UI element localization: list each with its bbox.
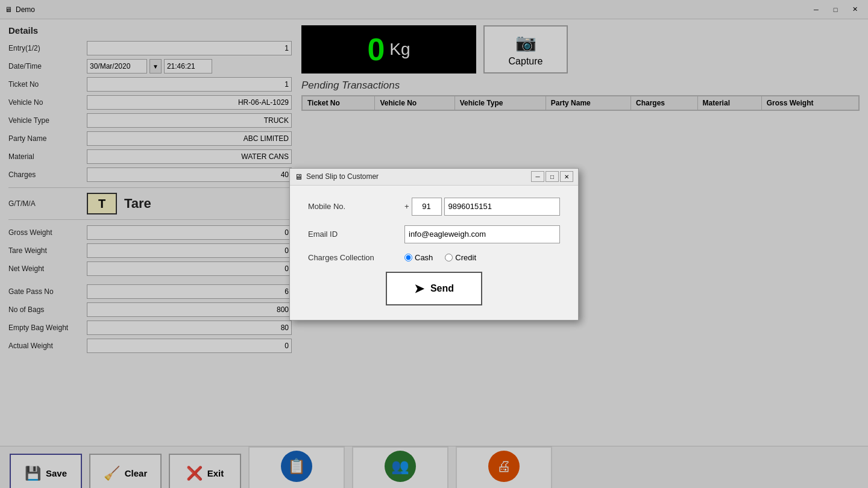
charges-collection-label: Charges Collection [308, 253, 404, 262]
email-input[interactable] [404, 225, 560, 243]
send-button[interactable]: ➤ Send [386, 272, 482, 305]
credit-radio[interactable] [445, 254, 453, 261]
cash-radio[interactable] [404, 254, 412, 261]
credit-label: Credit [455, 253, 476, 262]
plus-sign: + [404, 202, 409, 211]
email-row: Email ID [308, 225, 560, 243]
credit-radio-label[interactable]: Credit [445, 253, 476, 262]
country-code-input[interactable] [412, 198, 442, 216]
charges-collection-row: Charges Collection Cash Credit [308, 253, 560, 262]
modal-controls: ─ □ ✕ [531, 171, 573, 182]
modal-overlay: 🖥 Send Slip to Customer ─ □ ✕ Mobile No.… [0, 0, 868, 488]
modal-title-text: Send Slip to Customer [306, 172, 379, 181]
send-icon: ➤ [414, 281, 424, 296]
mobile-row: Mobile No. + [308, 198, 560, 216]
modal-minimize-button[interactable]: ─ [531, 171, 544, 182]
send-btn-container: ➤ Send [308, 272, 560, 305]
modal-title-bar: 🖥 Send Slip to Customer ─ □ ✕ [290, 169, 578, 186]
phone-number-input[interactable] [444, 198, 560, 216]
send-label: Send [430, 283, 454, 294]
modal-maximize-button[interactable]: □ [546, 171, 559, 182]
modal-title-icon: 🖥 [295, 172, 303, 181]
send-slip-modal: 🖥 Send Slip to Customer ─ □ ✕ Mobile No.… [289, 168, 579, 321]
email-label: Email ID [308, 230, 404, 239]
modal-content: Mobile No. + Email ID Charges Collection… [290, 186, 578, 320]
charges-radio-group: Cash Credit [404, 253, 560, 262]
mobile-label: Mobile No. [308, 202, 404, 211]
modal-close-button[interactable]: ✕ [560, 171, 573, 182]
cash-radio-label[interactable]: Cash [404, 253, 433, 262]
cash-label: Cash [415, 253, 433, 262]
phone-group: + [404, 198, 560, 216]
